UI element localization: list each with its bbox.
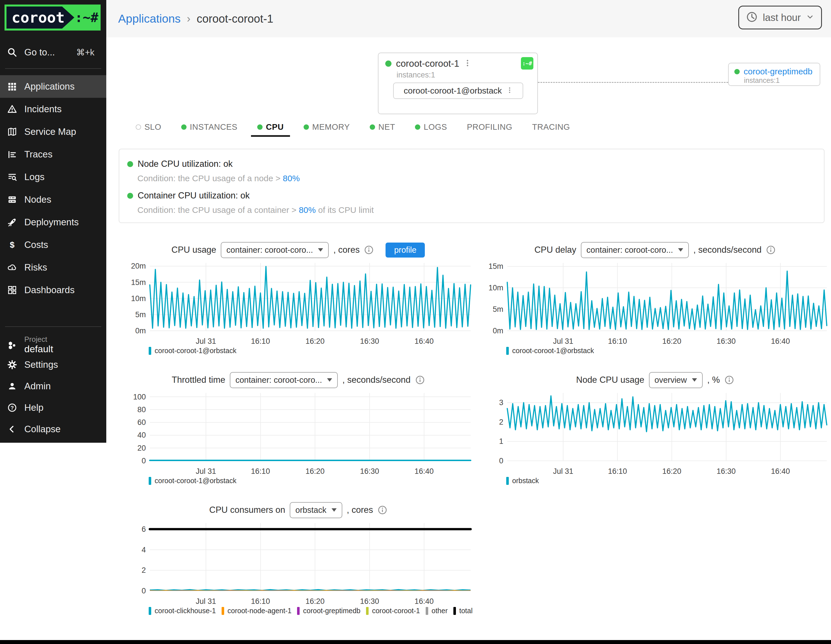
- chart-canvas-node-cpu[interactable]: 0123Jul 3116:1016:2016:3016:40: [479, 389, 831, 477]
- rocket-icon: [0, 217, 24, 227]
- chart-title: Node CPU usage: [576, 375, 644, 385]
- sidebar-item-label: Admin: [24, 381, 51, 392]
- sidebar-item-settings[interactable]: Settings: [0, 354, 106, 375]
- hexagons-icon: [0, 340, 24, 350]
- series-selector-dropdown[interactable]: overview: [649, 372, 703, 388]
- tab-instances[interactable]: INSTANCES: [175, 119, 244, 137]
- legend-swatch: [506, 347, 509, 355]
- legend-item[interactable]: total: [454, 607, 473, 615]
- legend-item[interactable]: coroot-greptimedb: [297, 607, 360, 615]
- instances-count: instances:1: [396, 71, 435, 80]
- svg-text:Jul 31: Jul 31: [196, 597, 216, 606]
- legend-item[interactable]: coroot-coroot-1: [366, 607, 420, 615]
- sidebar-item-dashboards[interactable]: Dashboards: [0, 279, 106, 301]
- app-card-coroot-coroot-1[interactable]: coroot-coroot-1 :~# instances:1 coroot-c…: [378, 53, 538, 114]
- coroot-logo[interactable]: coroot :~#: [5, 5, 100, 30]
- info-icon[interactable]: [364, 245, 374, 255]
- legend-swatch: [366, 607, 369, 615]
- legend-item[interactable]: orbstack: [506, 477, 539, 485]
- tab-cpu[interactable]: CPU: [251, 119, 290, 137]
- legend-item[interactable]: coroot-coroot-1@orbstack: [149, 347, 236, 355]
- status-dot: [385, 61, 392, 67]
- series-selector-dropdown[interactable]: container: coroot-coro...: [581, 242, 689, 258]
- svg-text:16:40: 16:40: [771, 337, 790, 346]
- node-selector-dropdown[interactable]: orbstack: [290, 502, 342, 518]
- sidebar-item-deployments[interactable]: Deployments: [0, 211, 106, 234]
- info-icon[interactable]: [377, 505, 387, 515]
- chart-title: Throttled time: [172, 375, 225, 385]
- instance-coroot-coroot-1-orbstack[interactable]: coroot-coroot-1@orbstack: [393, 83, 523, 99]
- chart-canvas-cpu-usage[interactable]: 0m5m10m15m20mJul 3116:1016:2016:3016:40: [121, 259, 475, 347]
- sidebar-item-nodes[interactable]: Nodes: [0, 188, 106, 211]
- sidebar-item-service-map[interactable]: Service Map: [0, 120, 106, 143]
- threshold-link[interactable]: 80%: [283, 174, 300, 183]
- legend-swatch: [149, 607, 151, 615]
- tab-profiling[interactable]: PROFILING: [461, 119, 519, 137]
- svg-text:16:40: 16:40: [415, 337, 434, 346]
- tab-tracing[interactable]: TRACING: [526, 119, 576, 137]
- gear-icon: [0, 360, 24, 370]
- chart-canvas-throttled-time[interactable]: 020406080100Jul 3116:1016:2016:3016:40: [121, 389, 475, 477]
- svg-text:1: 1: [499, 437, 503, 446]
- tab-memory[interactable]: MEMORY: [297, 119, 356, 137]
- sidebar-item-applications[interactable]: Applications: [0, 75, 106, 98]
- top-bar: Applications › coroot-coroot-1 last hour: [106, 0, 831, 37]
- chart-canvas-cpu-consumers[interactable]: 0246Jul 3116:1016:2016:3016:40: [121, 519, 475, 607]
- profile-button[interactable]: profile: [385, 242, 425, 258]
- tab-slo[interactable]: SLO: [129, 119, 168, 137]
- svg-text:15m: 15m: [489, 262, 503, 271]
- svg-text:Jul 31: Jul 31: [196, 467, 216, 475]
- legend-swatch: [506, 477, 509, 485]
- breadcrumb-applications-link[interactable]: Applications: [118, 12, 181, 26]
- check-condition: Condition: the CPU usage of a container …: [137, 205, 374, 215]
- legend-item[interactable]: coroot-clickhouse-1: [149, 607, 216, 615]
- chart-unit: , %: [707, 375, 720, 385]
- svg-text:16:20: 16:20: [662, 337, 681, 346]
- app-card-coroot-greptimedb[interactable]: coroot-greptimedb instances:1: [728, 63, 820, 86]
- sidebar-item-help[interactable]: ? Help: [0, 397, 106, 418]
- goto-search[interactable]: Go to... ⌘+k: [0, 42, 106, 62]
- svg-text:$: $: [10, 240, 15, 249]
- legend-item[interactable]: coroot-coroot-1@orbstack: [149, 477, 236, 485]
- goto-label: Go to...: [24, 47, 55, 58]
- sidebar-item-traces[interactable]: Traces: [0, 143, 106, 166]
- sidebar-item-costs[interactable]: $ Costs: [0, 234, 106, 256]
- check-condition: Condition: the CPU usage of a node > 80%: [137, 174, 300, 183]
- series-selector-dropdown[interactable]: container: coroot-coro...: [230, 372, 338, 388]
- goto-shortcut: ⌘+k: [76, 47, 94, 58]
- tab-logs[interactable]: LOGS: [409, 119, 454, 137]
- legend-item[interactable]: coroot-coroot-1@orbstack: [506, 347, 594, 355]
- series-selector-dropdown[interactable]: container: coroot-coro...: [221, 242, 329, 258]
- info-icon[interactable]: [415, 375, 425, 385]
- svg-text:16:40: 16:40: [415, 467, 434, 475]
- instance-name: coroot-coroot-1@orbstack: [404, 86, 502, 96]
- legend-item[interactable]: other: [426, 607, 448, 615]
- info-icon[interactable]: [766, 245, 775, 255]
- sidebar-item-collapse[interactable]: Collapse: [0, 418, 106, 440]
- search-icon: [0, 47, 24, 57]
- logo-prompt: :~#: [74, 6, 101, 29]
- report-tabs: SLO INSTANCES CPU MEMORY NET LOGS PROFIL…: [129, 119, 576, 137]
- svg-text:16:30: 16:30: [360, 337, 379, 346]
- time-range-value: last hour: [763, 12, 801, 23]
- sidebar-item-label: Dashboards: [24, 285, 75, 295]
- sidebar-item-risks[interactable]: Risks: [0, 256, 106, 279]
- info-icon[interactable]: [724, 375, 734, 385]
- chart-header: Throttled time container: coroot-coro...…: [121, 371, 475, 389]
- legend-item[interactable]: coroot-node-agent-1: [221, 607, 292, 615]
- check-container-cpu: Container CPU utilization: ok: [127, 191, 250, 201]
- chart-canvas-cpu-delay[interactable]: 0m5m10m15mJul 3116:1016:2016:3016:40: [479, 259, 831, 347]
- tab-net[interactable]: NET: [363, 119, 402, 137]
- kebab-menu-icon[interactable]: [464, 59, 471, 69]
- cpu-checks-panel: Node CPU utilization: ok Condition: the …: [119, 149, 825, 223]
- sidebar-item-admin[interactable]: Admin: [0, 375, 106, 397]
- chart-title: CPU usage: [172, 245, 217, 255]
- app-link[interactable]: coroot-greptimedb: [743, 67, 812, 77]
- sidebar-item-logs[interactable]: Logs: [0, 166, 106, 188]
- logs-icon: [0, 172, 24, 182]
- kebab-menu-icon[interactable]: [506, 86, 513, 95]
- sidebar-item-incidents[interactable]: Incidents: [0, 98, 106, 120]
- dashboards-icon: [0, 285, 24, 295]
- threshold-link[interactable]: 80%: [299, 205, 316, 215]
- time-range-picker[interactable]: last hour: [738, 6, 822, 29]
